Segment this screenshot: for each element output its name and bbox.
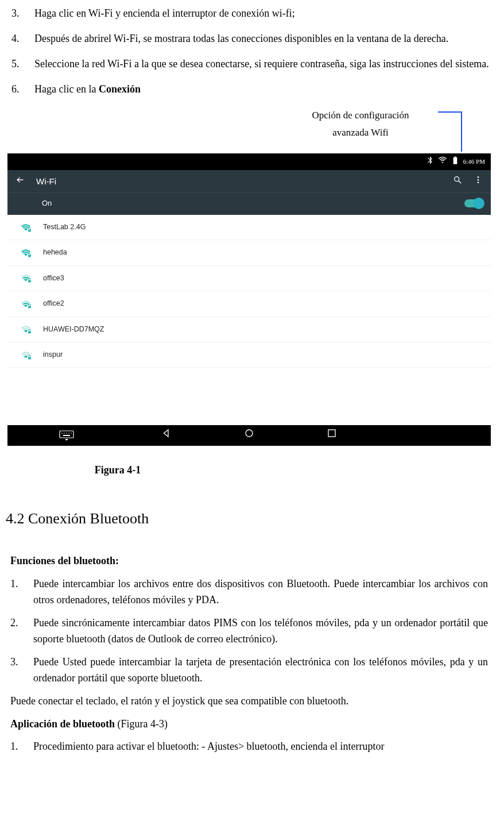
- list-item: 1. Puede intercambiar los archivos entre…: [10, 576, 493, 608]
- svg-rect-9: [28, 255, 31, 257]
- keyboard-hide-icon[interactable]: [44, 430, 90, 441]
- svg-point-16: [64, 433, 65, 434]
- wifi-on-row: On: [7, 192, 491, 215]
- nav-recent-icon[interactable]: [327, 427, 337, 444]
- wifi-network-row[interactable]: office3: [7, 266, 491, 291]
- wifi-screenshot: 6:46 PM Wi-Fi On TestLab 2.4G heh: [7, 153, 491, 447]
- list-item: 1. Procedimiento para activar el bluetoo…: [10, 739, 493, 755]
- item-text: Seleccione la red Wi-Fi a la que se dese…: [34, 56, 493, 72]
- svg-rect-1: [453, 157, 457, 164]
- item-text-bold: Conexión: [99, 83, 141, 95]
- bluetooth-icon: [425, 156, 435, 168]
- wifi-signal-icon: [20, 325, 30, 333]
- item-number: 1.: [10, 576, 33, 608]
- network-list: TestLab 2.4G heheda office3 office2 HUAW…: [7, 215, 491, 368]
- item-number: 4.: [11, 31, 34, 47]
- callout: Opción de configuración avanzada Wifi: [5, 107, 493, 153]
- svg-line-4: [459, 181, 461, 183]
- back-icon[interactable]: [15, 175, 25, 188]
- figure-caption: Figura 4-1: [5, 462, 493, 479]
- item-text-pre: Haga clic en la: [34, 83, 99, 95]
- item-text: Después de abrirel Wi-Fi, se mostrara to…: [34, 31, 493, 47]
- wifi-network-name: HUAWEI-DD7MQZ: [43, 324, 104, 335]
- svg-rect-2: [454, 156, 456, 157]
- list-item: 2. Puede sincrónicamente intercambiar da…: [10, 615, 493, 647]
- bt-app-head-rest: (Figura 4-3): [115, 718, 168, 730]
- app-bar: Wi-Fi: [7, 170, 491, 192]
- item-number: 5.: [11, 56, 34, 72]
- list-item: 3. Haga clic en Wi-Fi y encienda el inte…: [11, 6, 493, 22]
- wifi-network-row[interactable]: TestLab 2.4G: [7, 215, 491, 240]
- svg-point-19: [71, 433, 72, 434]
- wifi-network-name: heheda: [43, 247, 67, 258]
- status-bar: 6:46 PM: [7, 153, 491, 170]
- svg-point-7: [478, 182, 479, 183]
- svg-rect-22: [328, 430, 335, 437]
- wifi-toggle[interactable]: [464, 199, 483, 207]
- bt-app-head-bold: Aplicación de bluetooth: [10, 718, 115, 730]
- callout-line: [438, 111, 461, 113]
- item-number: 2.: [10, 615, 33, 647]
- callout-text: Opción de configuración avanzada Wifi: [297, 107, 424, 142]
- item-text: Puede intercambiar los archivos entre do…: [33, 576, 493, 608]
- item-number: 3.: [10, 654, 33, 687]
- item-text: Haga clic en la Conexión: [34, 82, 493, 98]
- wifi-network-name: office3: [43, 273, 64, 284]
- wifi-network-row[interactable]: inspur: [7, 342, 491, 368]
- svg-rect-12: [28, 331, 31, 334]
- wifi-network-name: office2: [43, 298, 64, 309]
- android-nav-bar: [7, 425, 491, 446]
- bluetooth-paragraph: Puede conectar el teclado, el ratón y el…: [10, 693, 483, 710]
- svg-point-5: [478, 176, 479, 178]
- svg-point-15: [61, 433, 63, 434]
- bluetooth-functions-list: 1. Puede intercambiar los archivos entre…: [5, 576, 493, 686]
- svg-rect-11: [28, 306, 31, 308]
- wifi-signal-icon: [20, 223, 30, 232]
- svg-point-0: [442, 162, 443, 163]
- item-number: 3.: [11, 6, 34, 22]
- svg-point-17: [66, 433, 67, 434]
- svg-point-21: [246, 430, 253, 437]
- wifi-signal-icon: [20, 249, 30, 257]
- list-item: 3. Puede Usted puede intercambiar la tar…: [10, 654, 493, 687]
- svg-point-18: [68, 433, 69, 434]
- wifi-network-row[interactable]: heheda: [7, 240, 491, 265]
- item-text: Puede sincrónicamente intercambiar datos…: [33, 615, 493, 647]
- wifi-signal-icon: [20, 300, 30, 308]
- item-text: Puede Usted puede intercambiar la tarjet…: [33, 654, 493, 687]
- list-item: 4. Después de abrirel Wi-Fi, se mostrara…: [11, 31, 493, 47]
- wifi-network-name: inspur: [43, 349, 63, 360]
- wifi-network-name: TestLab 2.4G: [43, 222, 86, 233]
- list-item: 6. Haga clic en la Conexión: [11, 82, 493, 98]
- nav-back-icon[interactable]: [161, 427, 172, 444]
- wifi-signal-icon: [20, 274, 30, 282]
- list-item: 5. Seleccione la red Wi-Fi a la que se d…: [11, 56, 493, 72]
- item-text: Procedimiento para activar el bluetooth:…: [33, 739, 493, 755]
- svg-rect-14: [60, 431, 73, 438]
- search-icon[interactable]: [453, 175, 462, 188]
- svg-rect-20: [63, 435, 70, 436]
- overflow-menu-icon[interactable]: [474, 175, 483, 188]
- battery-icon: [451, 156, 460, 168]
- on-label: On: [42, 198, 52, 209]
- empty-space: [7, 368, 491, 425]
- nav-home-icon[interactable]: [244, 427, 254, 444]
- section-heading: 4.2 Conexión Bluetooth: [5, 507, 493, 530]
- wifi-network-row[interactable]: HUAWEI-DD7MQZ: [7, 317, 491, 342]
- bluetooth-functions-heading: Funciones del bluetooth:: [10, 553, 493, 569]
- callout-line: [461, 111, 462, 152]
- svg-point-6: [478, 179, 479, 180]
- wifi-network-row[interactable]: office2: [7, 291, 491, 317]
- item-text: Haga clic en Wi-Fi y encienda el interru…: [34, 6, 493, 22]
- instruction-list: 3. Haga clic en Wi-Fi y encienda el inte…: [5, 6, 493, 98]
- svg-rect-10: [28, 280, 31, 283]
- bluetooth-app-heading: Aplicación de bluetooth (Figura 4-3): [10, 716, 483, 732]
- svg-rect-8: [28, 229, 31, 232]
- bluetooth-app-steps: 1. Procedimiento para activar el bluetoo…: [5, 739, 493, 755]
- appbar-title: Wi-Fi: [36, 175, 56, 188]
- svg-rect-13: [28, 357, 31, 359]
- item-number: 6.: [11, 82, 34, 98]
- item-number: 1.: [10, 739, 33, 755]
- status-time: 6:46 PM: [463, 157, 485, 167]
- wifi-signal-icon: [20, 351, 30, 359]
